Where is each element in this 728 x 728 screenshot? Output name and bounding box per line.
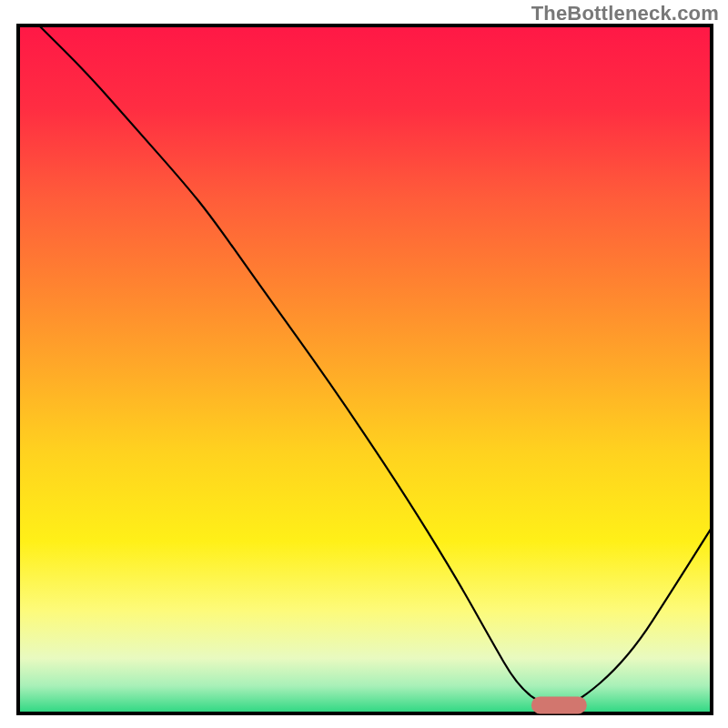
plot-background xyxy=(18,25,712,713)
chart-container: TheBottleneck.com xyxy=(0,0,728,728)
bottleneck-chart xyxy=(0,0,728,728)
optimal-marker xyxy=(531,696,587,713)
